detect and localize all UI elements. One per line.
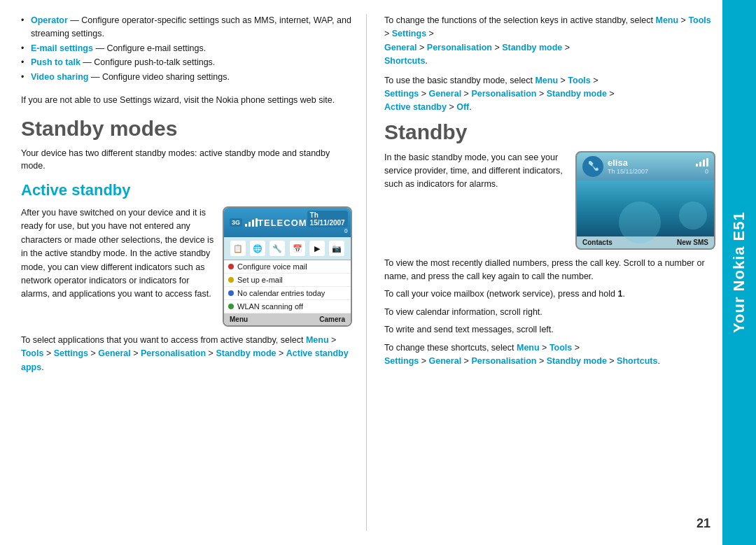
calendar-scroll-text: To view calendar information, scroll rig… bbox=[384, 306, 715, 319]
phone-icon-4: 📅 bbox=[290, 241, 305, 256]
phone-icon-2: 🌐 bbox=[250, 241, 265, 256]
phone-menu-item-2: Set up e-mail bbox=[224, 274, 351, 287]
personalisation-link-1[interactable]: Personalisation bbox=[141, 348, 206, 358]
menu-link-1[interactable]: Menu bbox=[306, 335, 329, 345]
phone-menu-item-4: WLAN scanning off bbox=[224, 300, 351, 313]
standby-mode-link-r2[interactable]: Standby mode bbox=[547, 89, 607, 99]
right-column: To change the functions of the selection… bbox=[367, 14, 722, 531]
soft-key-right: Camera bbox=[319, 316, 345, 323]
phone-header: 3G TELECOM Th 15/11/2007 0 bbox=[224, 208, 351, 237]
settings-wizard-note: If you are not able to use Settings wiza… bbox=[21, 94, 352, 107]
settings-link-1[interactable]: Settings bbox=[54, 348, 88, 358]
page-container: Operator — Configure operator-specific s… bbox=[0, 0, 756, 545]
elisa-date: Th 15/11/2007 bbox=[608, 168, 692, 175]
menu-link-r1[interactable]: Menu bbox=[656, 15, 679, 25]
settings-link-r2[interactable]: Settings bbox=[384, 89, 419, 99]
page-number: 21 bbox=[696, 516, 710, 531]
elisa-avatar bbox=[582, 156, 603, 177]
menu-label-1: Configure voice mail bbox=[237, 262, 307, 271]
elisa-name: elisa bbox=[608, 157, 692, 168]
menu-link-r3[interactable]: Menu bbox=[517, 343, 540, 353]
basic-standby-text: To use the basic standby mode, select Me… bbox=[384, 74, 715, 115]
elisa-body bbox=[577, 181, 714, 236]
phone-icons-row: 📋 🌐 🔧 📅 ▶ 📷 bbox=[224, 237, 351, 260]
elisa-info-block: elisa Th 15/11/2007 bbox=[608, 157, 692, 175]
video-sharing-link[interactable]: Video sharing bbox=[31, 72, 88, 82]
active-standby-body: After you have switched on your device a… bbox=[21, 206, 214, 327]
carrier-name: TELECOM bbox=[258, 218, 307, 228]
operator-link[interactable]: Operator bbox=[31, 15, 68, 25]
standby-mode-link-r3[interactable]: Standby mode bbox=[547, 356, 607, 366]
shortcuts-link-r1[interactable]: Shortcuts bbox=[384, 56, 425, 66]
general-link-r1[interactable]: General bbox=[384, 43, 417, 52]
menu-dot-3 bbox=[228, 290, 234, 296]
general-link-r2[interactable]: General bbox=[429, 89, 462, 99]
bullet-email: E-mail settings — Configure e-mail setti… bbox=[21, 42, 352, 55]
active-standby-title: Active standby bbox=[21, 181, 352, 199]
email-desc: — Configure e-mail settings. bbox=[95, 43, 206, 53]
standby-mode-link-r1[interactable]: Standby mode bbox=[502, 43, 562, 52]
personalisation-link-r2[interactable]: Personalisation bbox=[471, 89, 536, 99]
standby-modes-desc: Your device has two different standby mo… bbox=[21, 147, 352, 174]
active-standby-select-text: To select applications that you want to … bbox=[21, 334, 352, 374]
standby-mode-link-1[interactable]: Standby mode bbox=[216, 348, 276, 358]
standby-desc: In the basic standby mode, you can see y… bbox=[384, 151, 567, 192]
left-column: Operator — Configure operator-specific s… bbox=[21, 14, 367, 531]
phone-icon-5: ▶ bbox=[309, 241, 325, 256]
tools-link-r1[interactable]: Tools bbox=[688, 15, 710, 25]
elisa-soft-key-left: Contacts bbox=[582, 239, 612, 246]
bullet-video-sharing: Video sharing — Configure video sharing … bbox=[21, 71, 352, 84]
bullet-list: Operator — Configure operator-specific s… bbox=[21, 14, 352, 84]
menu-dot-2 bbox=[228, 277, 234, 283]
bullet-operator: Operator — Configure operator-specific s… bbox=[21, 14, 352, 41]
phone-menu-items: Configure voice mail Set up e-mail No ca… bbox=[224, 260, 351, 313]
push-to-talk-desc: — Configure push-to-talk settings. bbox=[83, 57, 215, 67]
personalisation-link-r1[interactable]: Personalisation bbox=[427, 43, 492, 52]
menu-dot-4 bbox=[228, 304, 234, 309]
phone-icon-1: 📋 bbox=[230, 241, 246, 256]
telecom-phone-mockup: 3G TELECOM Th 15/11/2007 0 bbox=[223, 206, 352, 327]
operator-desc: — Configure operator-specific settings s… bbox=[31, 15, 351, 38]
voice-mailbox-text: To call your voice mailbox (network serv… bbox=[384, 288, 715, 301]
write-send-text: To write and send text messages, scroll … bbox=[384, 323, 715, 337]
soft-key-left: Menu bbox=[230, 316, 248, 323]
menu-label-3: No calendar entries today bbox=[237, 289, 325, 297]
personalisation-link-r3[interactable]: Personalisation bbox=[471, 356, 536, 366]
menu-dot-1 bbox=[228, 264, 234, 269]
menu-label-4: WLAN scanning off bbox=[237, 302, 303, 311]
selection-keys-text: To change the functions of the selection… bbox=[384, 14, 715, 69]
elisa-soft-key-right: New SMS bbox=[677, 239, 708, 246]
sidebar-tab: Your Nokia E51 bbox=[722, 0, 756, 545]
phone-soft-keys: Menu Camera bbox=[224, 313, 351, 325]
video-sharing-desc: — Configure video sharing settings. bbox=[91, 72, 230, 82]
active-standby-link-r2[interactable]: Active standby bbox=[384, 102, 447, 112]
shortcuts-link-r3[interactable]: Shortcuts bbox=[617, 356, 657, 366]
phone-icon-6: 📷 bbox=[329, 241, 344, 256]
standby-modes-title: Standby modes bbox=[21, 117, 352, 140]
phone-menu-item-3: No calendar entries today bbox=[224, 287, 351, 300]
menu-link-r2[interactable]: Menu bbox=[535, 76, 558, 85]
push-to-talk-link[interactable]: Push to talk bbox=[31, 57, 80, 67]
settings-link-r3[interactable]: Settings bbox=[384, 356, 419, 366]
standby-body-text: In the basic standby mode, you can see y… bbox=[384, 151, 567, 250]
sidebar-label: Your Nokia E51 bbox=[730, 212, 748, 334]
tools-link-1[interactable]: Tools bbox=[21, 348, 43, 358]
email-link[interactable]: E-mail settings bbox=[31, 43, 93, 53]
active-standby-content: After you have switched on your device a… bbox=[21, 206, 352, 327]
tools-link-r3[interactable]: Tools bbox=[550, 343, 572, 353]
menu-label-2: Set up e-mail bbox=[237, 276, 283, 284]
deco-circle-1 bbox=[619, 201, 661, 243]
signal-bar bbox=[245, 218, 258, 227]
phone-date: Th 15/11/2007 bbox=[307, 211, 348, 227]
general-link-1[interactable]: General bbox=[98, 348, 131, 358]
phone-menu-item-1: Configure voice mail bbox=[224, 260, 351, 274]
general-link-r3[interactable]: General bbox=[429, 356, 462, 366]
standby-title: Standby bbox=[384, 120, 715, 144]
settings-link-r1[interactable]: Settings bbox=[392, 29, 426, 38]
phone-icon bbox=[586, 160, 600, 174]
off-link-r2[interactable]: Off bbox=[456, 102, 469, 112]
tools-link-r2[interactable]: Tools bbox=[568, 76, 590, 85]
bullet-push-to-talk: Push to talk — Configure push-to-talk se… bbox=[21, 56, 352, 69]
deco-circle-2 bbox=[679, 201, 707, 229]
elisa-phone-mockup: elisa Th 15/11/2007 0 bbox=[575, 151, 715, 250]
